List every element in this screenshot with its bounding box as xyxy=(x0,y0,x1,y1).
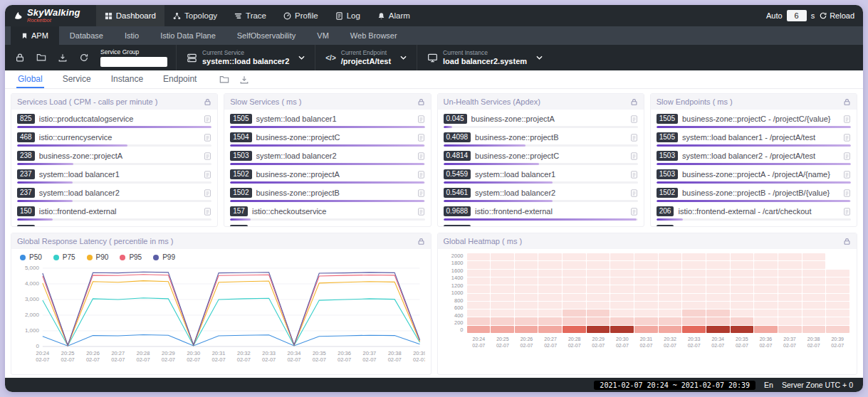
lock-icon[interactable] xyxy=(843,98,851,106)
scope-tab-service[interactable]: Service xyxy=(61,70,93,88)
list-item[interactable]: 237system::load balancer1 xyxy=(17,165,211,184)
list-item[interactable]: 1502business-zone::projectB - /projectB/… xyxy=(657,184,851,202)
copy-icon[interactable] xyxy=(630,152,638,161)
dashboard-tab-web-browser[interactable]: Web Browser xyxy=(340,26,408,45)
list-item[interactable]: 825istio::productcatalogservice xyxy=(17,110,211,128)
list-item[interactable]: 0.5461system::load balancer2 xyxy=(444,184,638,202)
list-item[interactable]: 171istio::frontend-external - /product/0… xyxy=(657,221,851,226)
copy-icon[interactable] xyxy=(204,133,211,142)
list-item[interactable]: 1505system::load balancer1 xyxy=(230,110,424,128)
lock-toolbar-button[interactable] xyxy=(14,51,26,64)
app-logo[interactable]: SkyWalking Rocketbot xyxy=(14,8,80,23)
list-item[interactable]: 157istio::checkoutservice xyxy=(230,202,424,221)
folder-icon[interactable] xyxy=(219,75,229,85)
selector-current-endpoint[interactable]: </>Current Endpoint/projectA/test xyxy=(315,45,417,70)
copy-icon[interactable] xyxy=(417,170,425,179)
lock-icon[interactable] xyxy=(417,98,425,106)
legend-item-p75[interactable]: P75 xyxy=(53,253,75,261)
copy-icon[interactable] xyxy=(417,133,425,142)
list-item[interactable]: 131istio::frontend-external xyxy=(230,221,424,226)
copy-icon[interactable] xyxy=(843,207,851,216)
list-item[interactable]: 0.9736istio::checkoutservice xyxy=(444,221,638,226)
legend-item-p50[interactable]: P50 xyxy=(20,253,42,261)
copy-icon[interactable] xyxy=(630,133,638,142)
list-item[interactable]: 1503system::load balancer2 xyxy=(230,147,424,165)
list-item[interactable]: 206istio::frontend-external - /cart/chec… xyxy=(657,202,851,221)
scope-tab-instance[interactable]: Instance xyxy=(110,70,145,88)
nav-item-dashboard[interactable]: Dashboard xyxy=(96,5,164,26)
import-dashboard-button[interactable] xyxy=(35,51,48,64)
list-item[interactable]: 468istio::currencyservice xyxy=(17,128,211,147)
time-range-picker[interactable]: 2021-02-07 20:24 ~ 2021-02-07 20:39 xyxy=(594,381,755,390)
nav-item-topology[interactable]: Topology xyxy=(164,5,226,26)
list-item[interactable]: 237system::load balancer2 xyxy=(17,184,211,202)
copy-icon[interactable] xyxy=(843,189,851,198)
legend-item-p95[interactable]: P95 xyxy=(120,253,142,261)
copy-icon[interactable] xyxy=(417,226,425,227)
copy-icon[interactable] xyxy=(417,207,425,216)
list-item[interactable]: 1505business-zone::projectC - /projectC/… xyxy=(657,110,851,128)
list-item[interactable]: 238business-zone::projectA xyxy=(17,147,211,165)
lock-icon[interactable] xyxy=(417,238,425,245)
copy-icon[interactable] xyxy=(843,226,851,227)
copy-icon[interactable] xyxy=(843,115,851,124)
service-group-input[interactable] xyxy=(100,57,167,67)
download-icon[interactable] xyxy=(239,75,249,85)
dashboard-tab-vm[interactable]: VM xyxy=(306,26,340,45)
dashboard-tab-istio-data-plane[interactable]: Istio Data Plane xyxy=(150,26,226,45)
export-dashboard-button[interactable] xyxy=(56,51,69,64)
list-item[interactable]: 1505system::load balancer1 - /projectA/t… xyxy=(657,128,851,147)
latency-line-chart[interactable]: 01,0002,0003,0004,0005,00020:2402-0720:2… xyxy=(17,263,425,366)
dashboard-tab-database[interactable]: Database xyxy=(59,26,114,45)
heatmap-grid[interactable] xyxy=(467,253,850,333)
copy-icon[interactable] xyxy=(630,226,638,227)
dashboard-tab-selfobservability[interactable]: SelfObservability xyxy=(226,26,307,45)
nav-item-log[interactable]: Log xyxy=(327,5,369,26)
copy-icon[interactable] xyxy=(843,170,851,179)
copy-icon[interactable] xyxy=(204,226,211,227)
copy-icon[interactable] xyxy=(417,189,425,198)
copy-icon[interactable] xyxy=(843,133,851,142)
dashboard-tab-apm[interactable]: APM xyxy=(11,26,59,45)
list-item[interactable]: 150istio::frontend-external xyxy=(17,202,211,221)
list-item[interactable]: 0.4814business-zone::projectC xyxy=(444,147,638,165)
copy-icon[interactable] xyxy=(630,189,638,198)
dashboard-tab-istio[interactable]: Istio xyxy=(114,26,150,45)
auto-interval-input[interactable] xyxy=(787,10,807,21)
refresh-toolbar-button[interactable] xyxy=(78,51,90,64)
reload-button[interactable]: Reload xyxy=(819,11,854,20)
copy-icon[interactable] xyxy=(204,170,211,179)
legend-item-p90[interactable]: P90 xyxy=(87,253,109,261)
list-item[interactable]: 1504business-zone::projectC xyxy=(230,128,424,147)
list-item[interactable]: 0.9688istio::frontend-external xyxy=(444,202,638,221)
nav-item-alarm[interactable]: Alarm xyxy=(369,5,419,26)
copy-icon[interactable] xyxy=(630,115,638,124)
copy-icon[interactable] xyxy=(417,152,425,161)
language-toggle[interactable]: En xyxy=(764,381,773,389)
copy-icon[interactable] xyxy=(630,207,638,216)
list-item[interactable]: 1503system::load balancer2 - /projectA/t… xyxy=(657,147,851,165)
nav-item-trace[interactable]: Trace xyxy=(226,5,275,26)
copy-icon[interactable] xyxy=(204,115,211,124)
list-item[interactable]: 0.4098business-zone::projectB xyxy=(444,128,638,147)
lock-icon[interactable] xyxy=(843,238,851,245)
copy-icon[interactable] xyxy=(843,152,851,161)
lock-icon[interactable] xyxy=(204,98,211,106)
scope-tab-global[interactable]: Global xyxy=(16,70,44,88)
selector-current-instance[interactable]: Current Instanceload balancer2.system xyxy=(417,45,553,70)
copy-icon[interactable] xyxy=(630,170,638,179)
list-item[interactable]: 1502business-zone::projectB xyxy=(230,184,424,202)
copy-icon[interactable] xyxy=(204,207,211,216)
nav-item-profile[interactable]: Profile xyxy=(275,5,327,26)
copy-icon[interactable] xyxy=(204,152,211,161)
copy-icon[interactable] xyxy=(417,115,425,124)
list-item[interactable]: 1503business-zone::projectA - /projectA/… xyxy=(657,165,851,184)
lock-icon[interactable] xyxy=(630,98,638,106)
list-item[interactable]: 141istio::cartservice xyxy=(17,221,211,226)
scope-tab-endpoint[interactable]: Endpoint xyxy=(162,70,198,88)
list-item[interactable]: 1502business-zone::projectA xyxy=(230,165,424,184)
legend-item-p99[interactable]: P99 xyxy=(153,253,175,261)
list-item[interactable]: 0.045business-zone::projectA xyxy=(444,110,638,128)
list-item[interactable]: 0.5459system::load balancer1 xyxy=(444,165,638,184)
copy-icon[interactable] xyxy=(204,189,211,198)
